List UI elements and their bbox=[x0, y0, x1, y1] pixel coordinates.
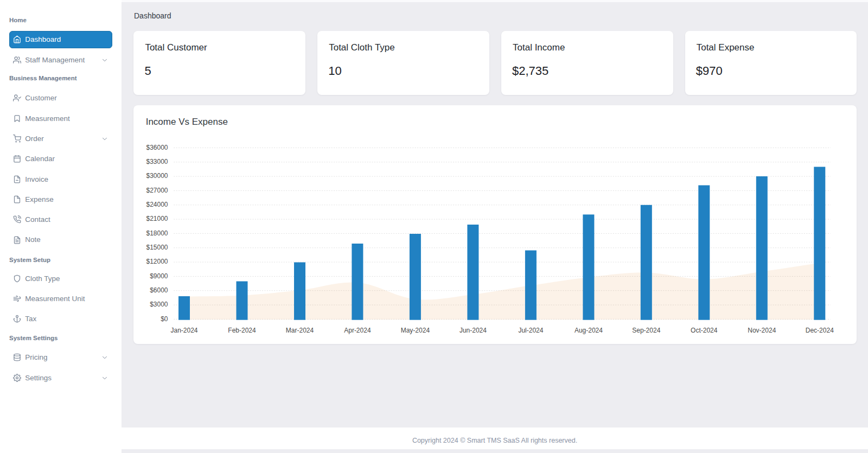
svg-text:Dec-2024: Dec-2024 bbox=[806, 327, 834, 334]
svg-text:$6000: $6000 bbox=[150, 286, 168, 294]
svg-text:$18000: $18000 bbox=[146, 229, 168, 237]
svg-text:Jun-2024: Jun-2024 bbox=[459, 327, 487, 334]
svg-text:Jan-2024: Jan-2024 bbox=[170, 327, 197, 334]
svg-text:Mar-2024: Mar-2024 bbox=[286, 327, 314, 334]
svg-text:$12000: $12000 bbox=[146, 258, 168, 265]
svg-text:$21000: $21000 bbox=[146, 215, 168, 222]
svg-text:Sep-2024: Sep-2024 bbox=[632, 327, 660, 334]
svg-text:$15000: $15000 bbox=[146, 244, 168, 251]
svg-text:May-2024: May-2024 bbox=[401, 327, 430, 334]
svg-text:$3000: $3000 bbox=[150, 301, 168, 308]
svg-text:Nov-2024: Nov-2024 bbox=[748, 327, 776, 334]
svg-text:Feb-2024: Feb-2024 bbox=[228, 327, 256, 334]
svg-text:$30000: $30000 bbox=[146, 172, 168, 180]
svg-text:$36000: $36000 bbox=[146, 144, 168, 151]
svg-text:Apr-2024: Apr-2024 bbox=[344, 327, 371, 334]
svg-text:$9000: $9000 bbox=[150, 272, 168, 280]
svg-text:Aug-2024: Aug-2024 bbox=[575, 327, 603, 334]
svg-text:$0: $0 bbox=[161, 315, 168, 323]
svg-text:$24000: $24000 bbox=[146, 201, 168, 208]
svg-text:$27000: $27000 bbox=[146, 187, 168, 194]
svg-text:Jul-2024: Jul-2024 bbox=[518, 327, 543, 334]
svg-text:Oct-2024: Oct-2024 bbox=[691, 327, 718, 334]
svg-text:$33000: $33000 bbox=[146, 158, 168, 165]
